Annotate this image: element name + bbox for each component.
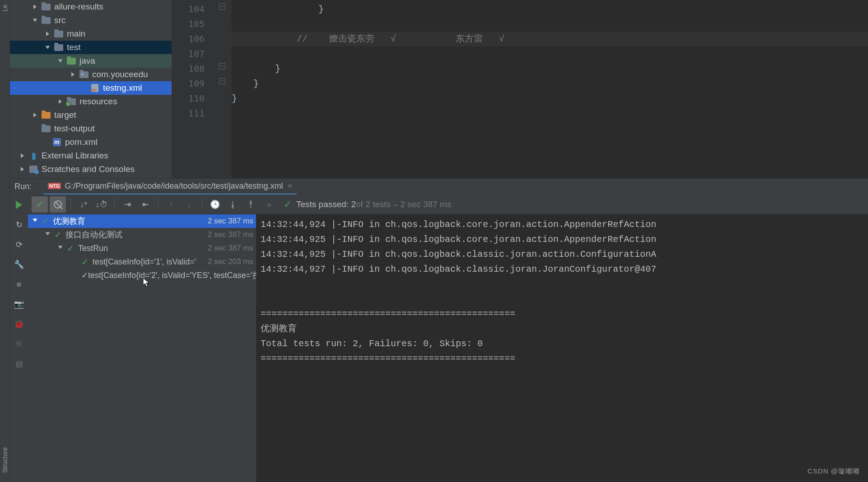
run-tab-bar: Run: NTG G:/ProgramFiles/java/code/idea/… [10, 178, 868, 195]
package-icon [79, 70, 89, 79]
sort-alpha-button[interactable]: ↓ᵃ [75, 196, 92, 213]
code-area[interactable]: } // 燎击瓷东劳 √ 东方雷 √ } }} [232, 0, 868, 178]
history-button[interactable]: 🕓 [207, 196, 223, 213]
tests-passed-rest: of 2 tests – 2 sec 387 ms [356, 199, 451, 209]
chevron-right-icon[interactable] [46, 31, 52, 37]
console-output[interactable]: 14:32:44,924 |-INFO in ch.qos.logback.co… [256, 214, 868, 482]
library-icon [29, 152, 38, 160]
scratch-icon [29, 165, 38, 173]
separator [158, 198, 159, 211]
mouse-cursor-icon [143, 278, 150, 287]
export-tests-button[interactable]: ⭱ [243, 196, 259, 213]
testng-badge-icon: NTG [48, 183, 61, 189]
tree-item[interactable]: allure-results [10, 0, 172, 14]
chevron-right-icon[interactable] [71, 71, 78, 78]
settings-button[interactable]: 🔧 [14, 260, 24, 269]
left-tool-strip: Le Structure [0, 0, 10, 482]
tree-item-label: main [67, 29, 85, 39]
run-tab-active[interactable]: NTG G:/ProgramFiles/java/code/idea/tools… [43, 179, 297, 195]
tree-item[interactable]: Scratches and Consoles [10, 162, 172, 176]
tree-item[interactable]: src [10, 14, 172, 27]
separator [114, 198, 115, 211]
rerun-failed-button[interactable]: ↻ [14, 220, 24, 230]
left-strip-label-structure[interactable]: Structure [1, 447, 9, 473]
layout-button[interactable]: ▤ [14, 359, 24, 369]
fold-toggle-icon[interactable] [219, 4, 225, 10]
expand-all-button[interactable]: ⇥ [119, 196, 135, 213]
chevron-down-icon[interactable] [59, 245, 65, 251]
project-tree-panel: allure-resultssrcmaintestjavacom.youceed… [10, 0, 172, 178]
tree-item[interactable]: java [10, 54, 172, 68]
tree-item-label: testng.xml [103, 83, 142, 93]
tree-item[interactable]: test-output [10, 122, 172, 135]
sort-duration-button[interactable]: ↓⏱ [93, 196, 110, 213]
run-label: Run: [14, 182, 32, 191]
tree-item-label: Scratches and Consoles [42, 164, 135, 174]
fold-toggle-icon[interactable] [219, 78, 225, 84]
tree-item-label: pom.xml [65, 137, 98, 147]
exit-button[interactable]: ⎘ [14, 339, 24, 349]
chevron-down-icon[interactable] [33, 17, 40, 23]
test-duration: 2 sec 387 ms [208, 230, 253, 239]
stop-button[interactable]: ■ [14, 279, 24, 289]
rerun-button[interactable] [14, 200, 24, 210]
pass-icon: ✓ [81, 256, 89, 267]
chevron-down-icon[interactable] [46, 232, 52, 238]
collapse-all-button[interactable]: ⇤ [137, 196, 154, 213]
test-name: 优测教育 [53, 216, 205, 227]
show-ignored-button[interactable] [50, 196, 66, 213]
chevron-right-icon[interactable] [33, 4, 40, 10]
pass-icon: ✓ [42, 216, 49, 227]
tree-item[interactable]: resources [10, 95, 172, 108]
test-duration: 2 sec 387 ms [208, 244, 253, 253]
separator [202, 198, 202, 211]
test-tree-row[interactable]: ✓TestRun2 sec 387 ms [28, 241, 256, 255]
chevron-right-icon[interactable] [21, 153, 27, 159]
tree-item-label: test-output [54, 124, 95, 134]
left-strip-label-top[interactable]: Le [1, 5, 9, 12]
next-test-button[interactable]: ↓ [181, 196, 197, 213]
tree-item[interactable]: main [10, 27, 172, 41]
tree-item-label: External Libraries [42, 151, 108, 161]
show-passed-button[interactable]: ✓ [32, 196, 48, 213]
more-button[interactable]: » [261, 196, 277, 213]
test-tree-row[interactable]: ✓优测教育2 sec 387 ms [28, 214, 256, 228]
run-side-toolbar: ↻ ⟳ 🔧 ■ 📷 🐞 ⎘ ▤ [10, 195, 28, 482]
test-name: test[CaseInfo{id='1', isValid=' [93, 257, 205, 267]
tree-item[interactable]: target [10, 108, 172, 122]
folder-icon [42, 125, 51, 133]
test-status-text: ✓ Tests passed: 2 of 2 tests – 2 sec 387… [284, 199, 451, 210]
tree-item[interactable]: mpom.xml [10, 135, 172, 149]
test-results-toolbar: ✓ ↓ᵃ ↓⏱ ⇥ ⇤ ↑ ↓ 🕓 ⭳ ⭱ » ✓ Tests passed: … [28, 195, 868, 214]
fold-column [215, 0, 232, 178]
test-tree-row[interactable]: ✓test[CaseInfo{id='1', isValid='2 sec 20… [28, 255, 256, 269]
folder-icon [54, 30, 63, 38]
chevron-right-icon[interactable] [59, 98, 65, 105]
tree-item[interactable]: com.youceedu [10, 68, 172, 81]
line-number-gutter: 104105106107108109110111 [172, 0, 215, 178]
import-tests-button[interactable]: ⭳ [225, 196, 241, 213]
run-tab-path: G:/ProgramFiles/java/code/idea/tools/src… [65, 181, 283, 191]
chevron-right-icon[interactable] [21, 166, 27, 172]
tree-item[interactable]: External Libraries [10, 149, 172, 162]
folder-icon [54, 43, 63, 51]
folder-icon [42, 16, 51, 24]
toggle-auto-test-button[interactable]: ⟳ [14, 240, 24, 250]
target-folder-icon [42, 111, 51, 119]
prev-test-button[interactable]: ↑ [163, 196, 179, 213]
tree-item[interactable]: test [10, 41, 172, 54]
chevron-down-icon[interactable] [59, 58, 65, 64]
separator [70, 198, 71, 211]
chevron-right-icon[interactable] [33, 112, 40, 118]
tree-item[interactable]: testng.xml [10, 81, 172, 95]
debug-button[interactable]: 🐞 [14, 319, 24, 329]
dump-button[interactable]: 📷 [14, 299, 24, 309]
close-tab-icon[interactable]: × [287, 181, 292, 191]
tests-passed-count: Tests passed: 2 [296, 199, 356, 209]
tree-item-label: java [79, 56, 95, 66]
tree-item-label: com.youceedu [92, 70, 148, 79]
test-tree-row[interactable]: ✓接口自动化测试2 sec 387 ms [28, 228, 256, 241]
chevron-down-icon[interactable] [33, 218, 40, 224]
fold-toggle-icon[interactable] [219, 63, 225, 70]
chevron-down-icon[interactable] [46, 44, 52, 51]
